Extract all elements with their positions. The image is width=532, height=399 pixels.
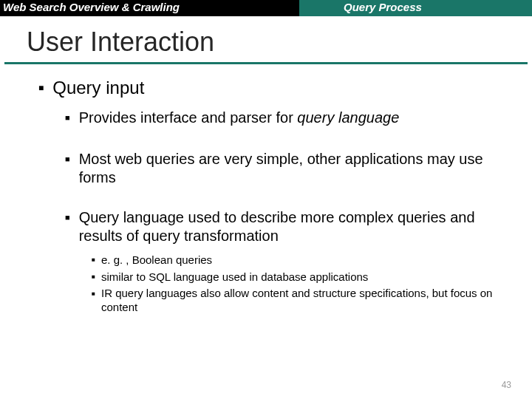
bullet-text: Provides interface and parser for query … <box>79 109 400 126</box>
bullet-level3-group: ■ e. g. , Boolean queries ■ similar to S… <box>38 253 510 315</box>
title-block: User Interaction <box>0 16 532 62</box>
text-emphasis: query language <box>297 109 399 126</box>
bullet-text: Query input <box>52 78 144 98</box>
header-left: Web Search Overview & Crawling <box>0 0 299 16</box>
square-bullet-icon: ■ <box>92 273 95 281</box>
bullet-level3: ■ similar to SQL language used in databa… <box>92 270 510 284</box>
header-right: Query Process <box>299 0 532 16</box>
page-title: User Interaction <box>27 27 532 58</box>
text-run: Provides interface and parser for <box>79 109 298 126</box>
square-bullet-icon: ■ <box>38 83 44 93</box>
bullet-level2: ■ Provides interface and parser for quer… <box>65 109 510 126</box>
bullet-text: e. g. , Boolean queries <box>101 253 212 267</box>
bullet-level2: ■ Query language used to describe more c… <box>65 208 510 245</box>
bullet-level1: ■ Query input <box>38 78 510 98</box>
bullet-level3: ■ e. g. , Boolean queries <box>92 253 510 267</box>
bullet-level3: ■ IR query languages also allow content … <box>92 287 510 315</box>
page-number: 43 <box>502 380 511 390</box>
square-bullet-icon: ■ <box>92 256 95 264</box>
bullet-text: similar to SQL language used in database… <box>101 270 368 284</box>
bullet-text: IR query languages also allow content an… <box>101 287 510 315</box>
square-bullet-icon: ■ <box>65 154 70 164</box>
bullet-level2: ■ Most web queries are very simple, othe… <box>65 150 510 186</box>
square-bullet-icon: ■ <box>65 213 70 222</box>
content: ■ Query input ■ Provides interface and p… <box>0 64 532 315</box>
bullet-text: Query language used to describe more com… <box>79 208 510 245</box>
square-bullet-icon: ■ <box>65 113 70 123</box>
square-bullet-icon: ■ <box>92 290 95 298</box>
header: Web Search Overview & Crawling Query Pro… <box>0 0 532 16</box>
bullet-text: Most web queries are very simple, other … <box>79 150 510 186</box>
